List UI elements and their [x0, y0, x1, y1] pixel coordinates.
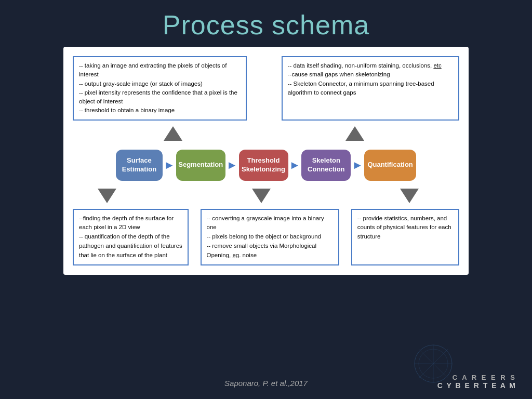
arrow-surface-seg: ► — [164, 159, 175, 171]
bottom-box-right: -- provide statistics, numbers, and coun… — [351, 209, 459, 265]
bottom-boxes: --finding the depth of the surface for e… — [73, 209, 459, 265]
bottom-right-text: -- provide statistics, numbers, and coun… — [357, 215, 451, 240]
arrow-seg-threshold: ► — [227, 159, 238, 171]
bottom-box-mid: -- converting a grayscale image into a b… — [201, 209, 340, 265]
top-boxes: -- taking an image and extracting the pi… — [73, 56, 459, 121]
arrow-skeleton-quant: ► — [352, 159, 363, 171]
process-box-segmentation: Segmentation — [176, 150, 225, 181]
arrows-down-row — [73, 186, 459, 207]
process-row: SurfaceEstimation ► Segmentation ► Thres… — [73, 147, 459, 184]
top-right-text: -- data itself shading, non-uniform stai… — [288, 62, 442, 96]
quantification-label: Quantification — [367, 161, 413, 169]
arrow-down-surface — [98, 189, 116, 203]
arrow-down-quantification — [400, 189, 419, 203]
process-box-surface: SurfaceEstimation — [116, 150, 163, 181]
arrows-up-row — [73, 124, 459, 144]
branding: C A R E E R S C Y B E R T E A M — [437, 374, 516, 390]
bottom-left-text: --finding the depth of the surface for e… — [79, 215, 182, 258]
cyber-circle-decoration — [413, 343, 454, 384]
process-box-skeleton: SkeletonConnection — [301, 150, 351, 181]
top-box-left: -- taking an image and extracting the pi… — [73, 56, 247, 121]
diagram-container: -- taking an image and extracting the pi… — [63, 47, 469, 275]
bottom-box-left: --finding the depth of the surface for e… — [73, 209, 189, 265]
threshold-label: ThresholdSkeletonizing — [242, 156, 285, 174]
segmentation-label: Segmentation — [178, 161, 223, 169]
top-left-text: -- taking an image and extracting the pi… — [79, 62, 237, 113]
top-box-right: -- data itself shading, non-uniform stai… — [282, 56, 459, 121]
bottom-mid-text: -- converting a grayscale image into a b… — [207, 215, 324, 258]
arrow-threshold-skeleton: ► — [289, 159, 301, 171]
process-box-threshold: ThresholdSkeletonizing — [239, 150, 288, 181]
page-title: Process schema — [0, 0, 532, 47]
arrow-down-threshold — [252, 189, 271, 203]
process-box-quantification: Quantification — [364, 150, 416, 181]
surface-label: SurfaceEstimation — [122, 156, 156, 174]
arrow-up-segmentation — [164, 126, 182, 141]
skeleton-label: SkeletonConnection — [308, 156, 345, 174]
arrow-up-skeleton — [345, 126, 364, 141]
